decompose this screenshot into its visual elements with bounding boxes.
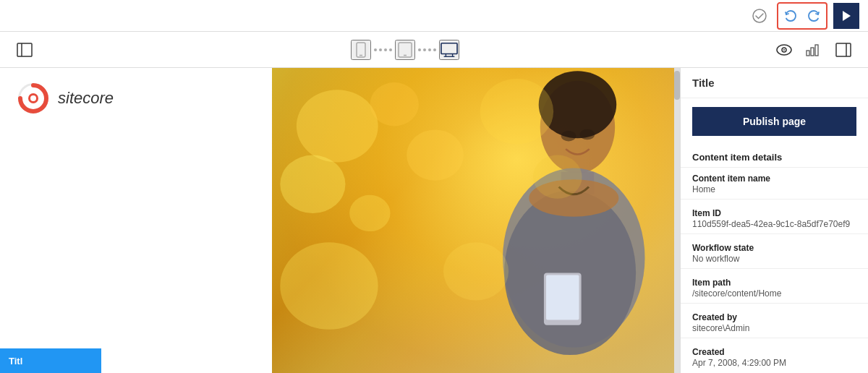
device-selector <box>38 40 773 60</box>
main-area: sitecore <box>0 68 868 373</box>
svg-point-34 <box>297 90 378 162</box>
publish-page-button[interactable]: Publish page <box>692 107 856 136</box>
hero-image <box>272 68 680 373</box>
detail-value: 110d559f-dea5-42ea-9c1c-8a5df7e70ef9 <box>692 219 856 229</box>
top-toolbar <box>0 0 868 32</box>
scroll-bar[interactable] <box>674 68 680 373</box>
detail-label: Item path <box>692 278 856 288</box>
second-toolbar <box>0 32 868 68</box>
detail-value: /sitecore/content/Home <box>692 288 856 299</box>
content-item-details-header: Content item details <box>681 145 868 168</box>
scroll-thumb[interactable] <box>674 71 680 100</box>
detail-label: Created by <box>692 312 856 322</box>
detail-row: Template path <box>681 369 868 373</box>
checkmark-button[interactable] <box>748 4 771 27</box>
svg-rect-17 <box>815 45 818 56</box>
tablet-device-button[interactable] <box>395 40 415 60</box>
right-panel-toggle-button[interactable] <box>830 37 856 63</box>
svg-point-40 <box>533 155 582 199</box>
detail-row: CreatedApr 7, 2008, 4:29:00 PM <box>681 341 868 369</box>
left-panel-toggle-button[interactable] <box>12 37 38 63</box>
redo-button[interactable] <box>803 5 825 27</box>
view-icons-group <box>773 38 825 61</box>
detail-row: Workflow stateNo workflow <box>681 237 868 265</box>
divider <box>681 199 868 200</box>
page-title-bar: Titl <box>0 348 101 373</box>
detail-row: Created bysitecore\Admin <box>681 306 868 335</box>
svg-point-41 <box>280 242 378 330</box>
canvas-area: sitecore <box>0 68 680 373</box>
undo-redo-group <box>777 2 827 30</box>
detail-fields: Content item nameHomeItem ID110d559f-dea… <box>681 168 868 373</box>
detail-row: Item path/sitecore/content/Home <box>681 272 868 300</box>
preview-view-button[interactable] <box>773 38 796 61</box>
desktop-device-button[interactable] <box>439 40 459 60</box>
svg-point-14 <box>783 49 785 51</box>
detail-row: Content item nameHome <box>681 168 868 196</box>
right-panel-title: Title <box>681 68 868 98</box>
mobile-device-button[interactable] <box>351 40 371 60</box>
divider <box>681 233 868 234</box>
detail-label: Created <box>692 347 856 357</box>
analytics-view-button[interactable] <box>801 38 825 61</box>
page-title-text: Titl <box>9 356 22 366</box>
svg-rect-18 <box>836 43 851 56</box>
svg-point-23 <box>30 95 36 101</box>
sitecore-wordmark: sitecore <box>58 89 114 108</box>
detail-value: No workflow <box>692 254 856 264</box>
right-panel: Title Publish page Content item details … <box>680 68 868 373</box>
sitecore-logo-icon <box>17 82 49 114</box>
divider <box>681 268 868 269</box>
svg-point-36 <box>280 155 345 213</box>
svg-rect-15 <box>807 51 809 56</box>
detail-label: Content item name <box>692 173 856 184</box>
svg-point-42 <box>443 242 509 300</box>
undo-button[interactable] <box>780 5 801 27</box>
svg-point-37 <box>407 129 464 180</box>
detail-value: sitecore\Admin <box>692 323 856 333</box>
detail-label: Item ID <box>692 208 856 218</box>
detail-value: Apr 7, 2008, 4:29:00 PM <box>692 358 856 368</box>
device-dots-2 <box>418 48 436 51</box>
device-dots-1 <box>374 48 392 51</box>
play-button[interactable] <box>833 3 859 29</box>
detail-value: Home <box>692 184 856 194</box>
detail-label: Workflow state <box>692 243 856 253</box>
svg-rect-2 <box>17 43 32 56</box>
svg-point-35 <box>370 82 419 126</box>
svg-rect-16 <box>811 48 814 56</box>
svg-point-39 <box>480 79 554 144</box>
detail-row: Item ID110d559f-dea5-42ea-9c1c-8a5df7e70… <box>681 202 868 231</box>
svg-point-0 <box>753 9 766 22</box>
divider <box>681 303 868 304</box>
divider <box>681 338 868 338</box>
svg-rect-8 <box>441 43 457 53</box>
svg-point-38 <box>349 195 390 231</box>
svg-marker-1 <box>843 11 851 21</box>
canvas-content: sitecore <box>0 68 680 373</box>
